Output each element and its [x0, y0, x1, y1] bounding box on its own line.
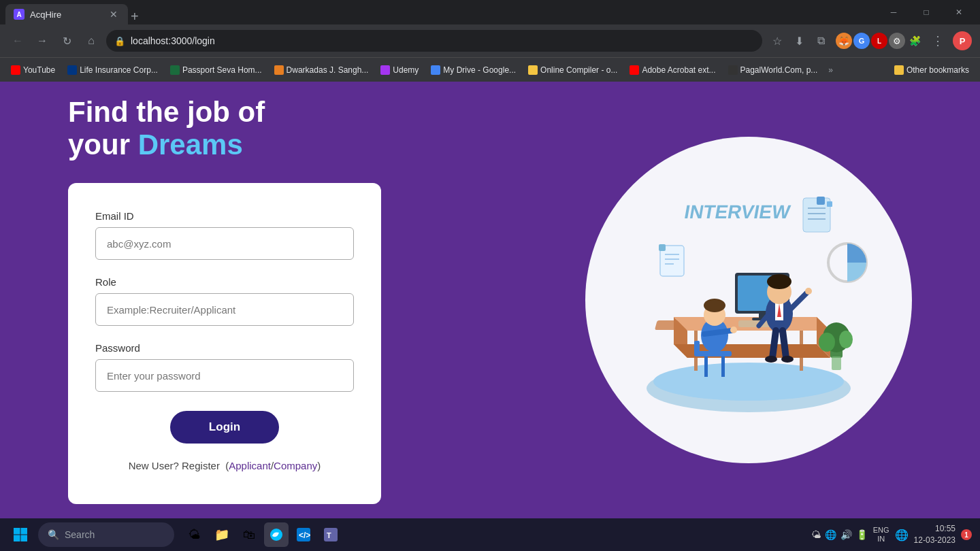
other-bookmarks-label: Other bookmarks: [906, 65, 969, 75]
other-bookmarks[interactable]: Other bookmarks: [889, 63, 975, 78]
login-button[interactable]: Login: [170, 411, 279, 444]
password-label: Password: [95, 342, 354, 354]
close-button[interactable]: ✕: [943, 1, 975, 23]
tab-favicon: A: [14, 9, 24, 20]
network-tray-icon[interactable]: 🌐: [825, 529, 836, 540]
email-label: Email ID: [95, 210, 354, 222]
browser-menu-button[interactable]: ⋮: [928, 31, 947, 50]
bookmark-passport[interactable]: Passport Seva Hom...: [165, 63, 267, 78]
bookmark-acrobat-label: Adobe Acrobat ext...: [642, 65, 715, 75]
clock-time: 10:55: [914, 523, 956, 535]
svg-rect-55: [14, 535, 20, 542]
minimize-button[interactable]: ─: [878, 1, 909, 23]
home-button[interactable]: ⌂: [82, 31, 101, 50]
clock-date: 12-03-2023: [914, 535, 956, 546]
forward-button[interactable]: →: [33, 31, 52, 50]
globe-icon[interactable]: 🌐: [895, 529, 909, 541]
svg-point-37: [805, 288, 812, 295]
password-input[interactable]: [95, 359, 354, 392]
ext-metamask[interactable]: 🦊: [836, 33, 852, 49]
taskbar-apps: 🌤 📁 🛍 </> T: [182, 522, 343, 547]
bookmark-youtube-label: YouTube: [23, 65, 55, 75]
email-input[interactable]: [95, 227, 354, 260]
notification-badge[interactable]: 1: [961, 529, 972, 540]
battery-tray-icon[interactable]: 🔋: [856, 529, 868, 540]
bookmark-drive[interactable]: My Drive - Google...: [425, 63, 521, 78]
taskbar-store[interactable]: 🛍: [237, 522, 261, 547]
compiler-favicon: [528, 65, 538, 75]
svg-text:</>: </>: [299, 531, 310, 540]
headline-line2: your Dreams: [68, 129, 265, 161]
bookmark-dj[interactable]: Dwarkadas J. Sangh...: [269, 63, 374, 78]
bookmark-lic[interactable]: Life Insurance Corp...: [62, 63, 163, 78]
bookmark-compiler[interactable]: Online Compiler - o...: [523, 63, 623, 78]
windows-logo-icon: [13, 527, 28, 542]
extensions-icon[interactable]: ⧉: [811, 31, 830, 50]
drive-favicon: [431, 65, 440, 75]
edge-icon: [270, 528, 283, 541]
email-form-group: Email ID: [95, 210, 354, 260]
bookmark-acrobat[interactable]: Adobe Acrobat ext...: [624, 63, 721, 78]
ext-google-translate[interactable]: G: [853, 33, 870, 49]
browser-frame: A AcqHire ✕ + ─ □ ✕ ← → ↻ ⌂ 🔒 localhost:…: [0, 0, 980, 551]
svg-rect-52: [659, 244, 666, 251]
taskbar-vscode[interactable]: </>: [291, 522, 316, 547]
taskbar: 🔍 Search 🌤 📁 🛍 </>: [0, 518, 980, 551]
more-bookmarks[interactable]: »: [824, 63, 837, 78]
bookmark-compiler-label: Online Compiler - o...: [540, 65, 617, 75]
taskbar-teams[interactable]: T: [318, 522, 343, 547]
lic-favicon: [67, 65, 77, 75]
headline-dreams: Dreams: [138, 129, 243, 161]
dj-favicon: [274, 65, 284, 75]
taskbar-widgets[interactable]: 🌤: [182, 522, 207, 547]
svg-text:INTERVIEW: INTERVIEW: [683, 201, 792, 222]
taskbar-search-bar[interactable]: 🔍 Search: [38, 522, 174, 547]
ext-lastpass[interactable]: L: [871, 33, 887, 49]
login-card: Email ID Role Password Login New User? R…: [68, 183, 381, 504]
bookmark-pagal[interactable]: PagalWorld.Com, p...: [723, 63, 823, 78]
tab-strip: A AcqHire ✕ +: [5, 0, 875, 24]
bookmark-udemy[interactable]: Udemy: [375, 63, 424, 78]
weather-tray-icon: 🌤: [811, 529, 821, 540]
back-button[interactable]: ←: [8, 31, 27, 50]
svg-point-41: [765, 356, 777, 363]
new-tab-button[interactable]: +: [131, 9, 139, 24]
download-icon[interactable]: ⬇: [789, 31, 808, 50]
bookmark-youtube[interactable]: YouTube: [5, 63, 61, 78]
company-link[interactable]: Company: [274, 460, 317, 471]
svg-rect-56: [21, 535, 28, 542]
active-tab[interactable]: A AcqHire ✕: [5, 4, 128, 24]
maximize-button[interactable]: □: [911, 1, 942, 23]
role-form-group: Role: [95, 276, 354, 326]
svg-point-46: [839, 331, 853, 348]
start-button[interactable]: [8, 522, 33, 547]
taskbar-search-text: Search: [65, 529, 95, 540]
svg-line-39: [772, 331, 776, 358]
applicant-link[interactable]: Applicant: [229, 460, 271, 471]
profile-button[interactable]: P: [953, 31, 972, 50]
role-label: Role: [95, 276, 354, 288]
svg-point-30: [730, 327, 737, 333]
clock: 10:55 12-03-2023: [914, 523, 956, 546]
bookmark-passport-label: Passport Seva Hom...: [182, 65, 262, 75]
url-bar[interactable]: 🔒 localhost:3000/login: [106, 30, 762, 52]
taskbar-edge[interactable]: [264, 522, 289, 547]
ext-puzzle[interactable]: 🧩: [906, 33, 923, 49]
reload-button[interactable]: ↻: [57, 31, 76, 50]
password-form-group: Password: [95, 342, 354, 392]
window-controls: ─ □ ✕: [878, 1, 975, 23]
tab-close-button[interactable]: ✕: [108, 8, 120, 20]
svg-text:T: T: [327, 531, 331, 539]
svg-line-36: [789, 293, 806, 310]
title-bar: A AcqHire ✕ + ─ □ ✕: [0, 0, 980, 24]
taskbar-right: 🌤 🌐 🔊 🔋 ENG IN 🌐 10:55 12-03-2023 1: [811, 523, 972, 546]
ext-settings[interactable]: ⚙: [889, 33, 905, 49]
role-input[interactable]: [95, 293, 354, 326]
bookmark-star-icon[interactable]: ☆: [768, 31, 787, 50]
taskbar-fileexplorer[interactable]: 📁: [210, 522, 234, 547]
teams-icon: T: [324, 528, 338, 541]
register-text: New User? Register (Applicant/Company): [95, 460, 354, 471]
svg-line-40: [783, 331, 786, 358]
volume-tray-icon[interactable]: 🔊: [840, 529, 852, 540]
folder-favicon: [894, 65, 904, 75]
